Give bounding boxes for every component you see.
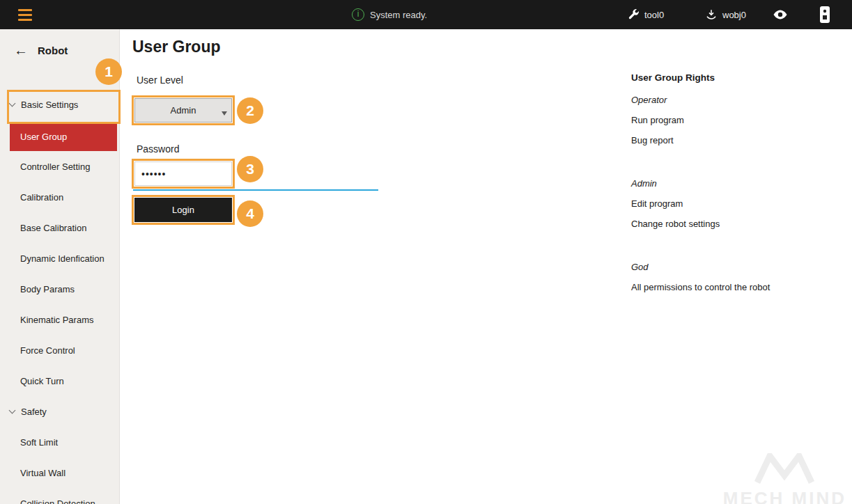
tool-label: tool0	[644, 10, 664, 20]
sidebar-item-label: User Group	[20, 132, 67, 142]
workobject-icon	[705, 8, 718, 21]
sidebar-item-label: Force Control	[20, 345, 75, 356]
rights-role: God	[631, 262, 852, 272]
sidebar-item-controller-setting[interactable]: Controller Setting	[0, 151, 120, 182]
rights-permission: Edit program	[631, 198, 852, 209]
sidebar-item-label: Calibration	[20, 192, 63, 203]
sidebar-item-collision-detection[interactable]: Collision Detection	[0, 488, 120, 504]
field-underline	[133, 189, 378, 191]
sidebar-item-label: Base Calibration	[20, 223, 86, 233]
sidebar-title: Robot	[38, 45, 68, 56]
annotation-badge-4: 4	[237, 200, 263, 227]
watermark: MECH MIND	[723, 453, 846, 504]
robot-status-icon	[819, 6, 830, 24]
section-label: Safety	[21, 407, 47, 417]
rights-group-operator: Operator Run program Bug report	[631, 95, 852, 145]
sidebar-item-user-group[interactable]: User Group	[10, 122, 117, 151]
sidebar-item-label: Virtual Wall	[20, 468, 65, 478]
eye-icon	[772, 6, 789, 23]
app-window: i System ready. tool0 wobj0	[0, 0, 852, 504]
sidebar-item-kinematic-params[interactable]: Kinematic Params	[0, 304, 120, 335]
chevron-down-icon	[9, 407, 16, 414]
chevron-down-icon	[9, 100, 16, 107]
section-label: Basic Settings	[21, 100, 78, 110]
rights-permission: All permissions to control the robot	[631, 282, 852, 292]
sidebar-item-virtual-wall[interactable]: Virtual Wall	[0, 457, 120, 488]
password-input[interactable]: ••••••	[134, 162, 232, 186]
sidebar-item-label: Kinematic Params	[20, 315, 93, 325]
rights-group-god: God All permissions to control the robot	[631, 262, 852, 292]
annotation-badge-3: 3	[237, 156, 263, 182]
rights-title: User Group Rights	[631, 72, 852, 83]
rights-role: Admin	[631, 178, 852, 189]
login-button-wrap: Login	[132, 195, 235, 225]
wobj-selector[interactable]: wobj0	[705, 0, 746, 29]
sidebar-section-basic-settings[interactable]: Basic Settings	[10, 89, 78, 120]
sidebar-item-soft-limit[interactable]: Soft Limit	[0, 427, 120, 457]
rights-role: Operator	[631, 95, 852, 105]
sidebar-header: ← Robot	[0, 35, 68, 65]
sidebar: ← Robot Basic Settings User Group Contro…	[0, 29, 120, 504]
password-field-wrap: ••••••	[132, 159, 235, 189]
status-text: System ready.	[370, 10, 427, 20]
mech-mind-logo-icon	[751, 453, 818, 485]
rights-group-admin: Admin Edit program Change robot settings	[631, 178, 852, 229]
sidebar-item-label: Collision Detection	[20, 498, 95, 504]
annotation-badge-2: 2	[237, 97, 263, 124]
sidebar-item-base-calibration[interactable]: Base Calibration	[0, 212, 120, 243]
sidebar-item-label: Dynamic Idenfication	[20, 253, 104, 264]
back-button[interactable]: ←	[14, 42, 28, 58]
sidebar-item-calibration[interactable]: Calibration	[0, 182, 120, 212]
rights-permission: Change robot settings	[631, 219, 852, 229]
user-level-select-wrap: Admin	[132, 95, 235, 125]
system-status: i System ready.	[352, 0, 427, 29]
view-toggle[interactable]	[772, 0, 789, 29]
password-label: Password	[137, 143, 179, 155]
page-title: User Group	[132, 38, 221, 56]
sidebar-item-label: Soft Limit	[20, 437, 58, 448]
sidebar-section-safety[interactable]: Safety	[10, 396, 47, 427]
menu-icon[interactable]	[18, 9, 33, 24]
pendant-status[interactable]	[819, 0, 830, 29]
rights-permission: Bug report	[631, 135, 852, 145]
top-bar: i System ready. tool0 wobj0	[0, 0, 852, 29]
rights-permission: Run program	[631, 115, 852, 125]
sidebar-item-label: Quick Turn	[20, 376, 64, 386]
tool-selector[interactable]: tool0	[627, 0, 664, 29]
sidebar-item-body-params[interactable]: Body Params	[0, 274, 120, 304]
user-level-label: User Level	[137, 74, 183, 86]
wrench-icon	[627, 8, 640, 21]
sidebar-item-label: Controller Setting	[20, 162, 90, 172]
rights-panel: User Group Rights Operator Run program B…	[631, 72, 852, 325]
watermark-text: MECH MIND	[723, 488, 846, 504]
user-level-select[interactable]: Admin	[134, 98, 232, 123]
info-icon: i	[352, 8, 364, 21]
sidebar-item-label: Body Params	[20, 284, 75, 294]
login-button[interactable]: Login	[134, 198, 232, 222]
user-level-value: Admin	[171, 105, 196, 116]
sidebar-item-quick-turn[interactable]: Quick Turn	[0, 365, 120, 396]
annotation-badge-1: 1	[95, 58, 122, 85]
sidebar-item-force-control[interactable]: Force Control	[0, 335, 120, 365]
chevron-down-icon	[222, 111, 227, 116]
wobj-label: wobj0	[722, 10, 746, 20]
sidebar-item-dynamic-idenfication[interactable]: Dynamic Idenfication	[0, 243, 120, 274]
